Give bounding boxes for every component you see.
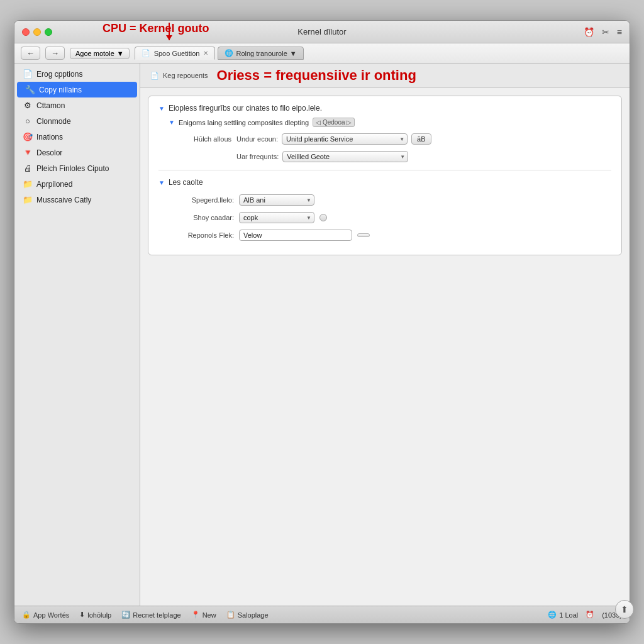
reponols-label: Reponols Flek:: [158, 231, 234, 239]
refresh-icon: 🔄: [121, 611, 130, 619]
menu-icon[interactable]: ≡: [617, 27, 622, 37]
content-panel: ▼ Eiopless firegurībs our cinates to fil…: [148, 96, 622, 255]
circle-icon: ○: [23, 116, 33, 126]
sidebar-item-clonmode[interactable]: ○ Clonmode: [14, 113, 140, 129]
tab-chevron-icon: ▼: [290, 50, 297, 57]
sidebar-item-pleich-label: Pleich Finloles Ciputo: [36, 164, 109, 173]
tag-badge: ◁ Qedooa ▷: [313, 118, 355, 127]
under-account-label: Undur ecoun:: [236, 135, 278, 143]
sidebar-item-cttamon[interactable]: ⚙ Cttamon: [14, 97, 140, 113]
lock-icon: 🔒: [22, 611, 31, 619]
forward-button[interactable]: →: [45, 47, 65, 60]
les-section-header: ▼ Les caolte: [158, 178, 611, 187]
which-allows-row: Hūlch allous Undur ecoun: Unitd pleantic…: [169, 133, 611, 145]
sidebar-item-erog-label: Erog cpptions: [36, 70, 82, 79]
minimize-button[interactable]: [33, 28, 41, 36]
under-account-select[interactable]: Unitd pleantic Service: [282, 133, 408, 145]
tab-globe-icon: 🌐: [225, 49, 233, 57]
reponols-browse-button[interactable]: [357, 233, 370, 237]
tab-spoo[interactable]: 📄 Spoo Guetition ✕: [135, 47, 216, 60]
tab-close-icon[interactable]: ✕: [203, 50, 208, 57]
sidebar-item-pleich[interactable]: 🖨 Pleich Finloles Ciputo: [14, 160, 140, 176]
pin-icon: 📍: [191, 611, 200, 619]
statusbar: 🔒 App Wortés ⬇ lohōlulp 🔄 Recnet telplag…: [14, 606, 630, 623]
sidebar-item-desolor-label: Desolor: [36, 148, 62, 157]
status-new[interactable]: 📍 New: [191, 611, 216, 619]
sidebar-item-inations[interactable]: 🎯 Inations: [14, 129, 140, 145]
under-account-select-wrapper: Unitd pleantic Service: [282, 133, 408, 145]
radio-button[interactable]: [319, 214, 327, 221]
folder-icon: 📁: [23, 179, 33, 189]
sidebar-item-copy-label: Copy nillains: [39, 86, 82, 94]
sidebar-item-erog[interactable]: 📄 Erog cpptions: [14, 66, 140, 82]
subsection-collapse-icon[interactable]: ▼: [169, 119, 175, 126]
mode-label: Agoe motole: [75, 50, 114, 57]
shoy-caadar-row: Shoy caadar: copk: [158, 212, 611, 223]
target-icon: 🎯: [23, 132, 33, 142]
share-button[interactable]: ⬆: [615, 600, 630, 606]
reponols-input[interactable]: [239, 230, 352, 241]
dropdown-arrow-icon: ▼: [117, 50, 124, 57]
status-loh: ⬇ lohōlulp: [79, 611, 111, 619]
gear-icon: ⚙: [23, 101, 33, 110]
clipboard-icon: 📋: [226, 611, 235, 619]
shoy-caadar-select[interactable]: copk: [239, 212, 314, 223]
les-collapse-icon[interactable]: ▼: [158, 179, 165, 186]
arrow-annotation: [169, 23, 170, 40]
titlebar-right-icons: ⏰ ✂ ≡: [584, 27, 622, 37]
clock-icon[interactable]: ⏰: [584, 27, 594, 37]
ab-button[interactable]: āB: [411, 133, 431, 145]
triangle-icon: 🔻: [23, 148, 33, 157]
sidebar-item-desolor[interactable]: 🔻 Desolor: [14, 145, 140, 160]
title-annotation: CPU = Kernel gouto: [103, 22, 209, 35]
subsection-label: Enigoms laing settling composites dlepti…: [179, 119, 309, 126]
tab-rolng-label: Rolng tranourole: [236, 50, 287, 57]
breadcrumb-doc-icon: 📄: [150, 72, 159, 80]
spegerd-row: Spegerd.llelo: AlB ani: [158, 194, 611, 206]
back-button[interactable]: ←: [21, 47, 40, 60]
user-frequnts-select-wrapper: Veillled Geote: [282, 151, 408, 162]
toolbar: ← → Agoe motole ▼ 📄 Spoo Guetition ✕ 🌐 R…: [14, 43, 630, 64]
main-content: 📄 Keg repouents Oriess = frequensiive ir…: [140, 64, 630, 606]
tab-doc-icon: 📄: [142, 49, 150, 57]
sidebar-item-aprpiloned[interactable]: 📁 Aprpiloned: [14, 176, 140, 192]
tab-rolng[interactable]: 🌐 Rolng tranourole ▼: [218, 47, 303, 60]
section1-header: ▼ Eiopless firegurībs our cinates to fil…: [158, 104, 611, 113]
les-label: Les caolte: [169, 178, 203, 187]
collapse-icon[interactable]: ▼: [158, 105, 165, 112]
tab-bar: 📄 Spoo Guetition ✕ 🌐 Rolng tranourole ▼: [135, 47, 623, 60]
maximize-button[interactable]: [45, 28, 52, 36]
user-frequnts-select[interactable]: Veillled Geote: [282, 151, 408, 162]
content-area: 📄 Erog cpptions 🔧 Copy nillains ⚙ Cttamo…: [14, 64, 630, 606]
download-icon: ⬇: [79, 611, 85, 619]
reponols-row: Reponols Flek:: [158, 230, 611, 241]
status-loal-label: 1 Loal: [559, 611, 578, 619]
statusbar-clock-icon: ⏰: [586, 611, 594, 619]
sidebar-item-cttamon-label: Cttamon: [36, 101, 65, 110]
breadcrumb-annotation: Oriess = frequensiive ir onting: [217, 67, 416, 84]
user-frequnts-row: Uar frrequnts: Veillled Geote: [169, 151, 611, 162]
sidebar-item-copy[interactable]: 🔧 Copy nillains: [17, 82, 137, 97]
sidebar-item-aprpiloned-label: Aprpiloned: [36, 180, 72, 189]
spegerd-select[interactable]: AlB ani: [239, 194, 314, 206]
status-loh-label: lohōlulp: [87, 611, 111, 619]
status-app-wortes: 🔒 App Wortés: [22, 611, 69, 619]
sidebar-item-musscaive-label: Musscaive Catly: [36, 196, 91, 204]
close-button[interactable]: [22, 28, 30, 36]
printer-icon: 🖨: [23, 164, 33, 173]
statusbar-right: 🌐 1 Loal ⏰ (1039): [548, 611, 622, 619]
shoy-caadar-label: Shoy caadar:: [158, 214, 234, 221]
wrench-icon: 🔧: [25, 85, 35, 94]
mode-dropdown[interactable]: Agoe motole ▼: [70, 48, 130, 59]
status-globe: 🌐 1 Loal: [548, 611, 578, 619]
shoy-caadar-select-wrapper: copk: [239, 212, 314, 223]
les-section: ▼ Les caolte Spegerd.llelo: AlB ani: [158, 178, 611, 241]
sidebar-item-musscaive[interactable]: 📁 Musscaive Catly: [14, 192, 140, 208]
titlebar: CPU = Kernel gouto Kernel dīlutor ⏰ ✂ ≡: [14, 21, 630, 43]
user-frequnts-group: Uar frrequnts: Veillled Geote: [236, 151, 408, 162]
subsection: ▼ Enigoms laing settling composites dlep…: [169, 118, 611, 162]
scissors-icon[interactable]: ✂: [602, 27, 609, 37]
under-account-group: Undur ecoun: Unitd pleantic Service āB: [236, 133, 431, 145]
status-saloplage: 📋 Saloplage: [226, 611, 269, 619]
window-title: Kernel dīlutor: [297, 27, 346, 36]
